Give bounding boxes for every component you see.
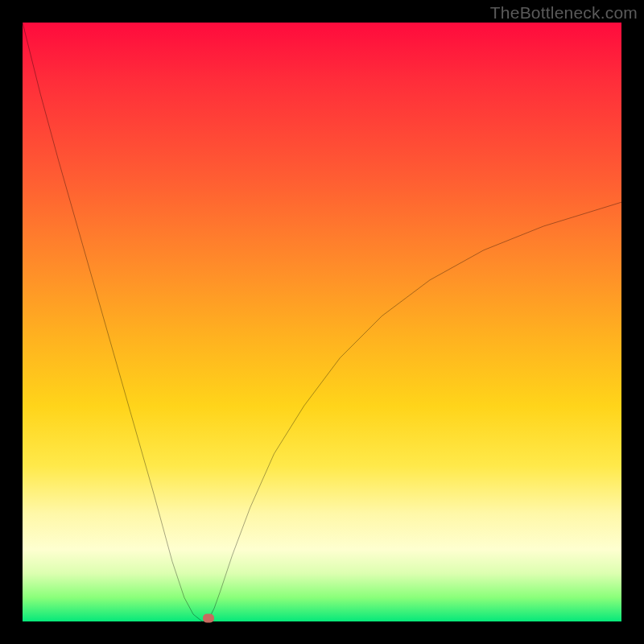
chart-plot-area — [23, 23, 621, 621]
watermark-text: TheBottleneck.com — [490, 3, 638, 23]
chart-frame: TheBottleneck.com — [0, 0, 644, 644]
bottleneck-curve — [23, 23, 621, 621]
optimal-point-marker — [203, 613, 214, 622]
